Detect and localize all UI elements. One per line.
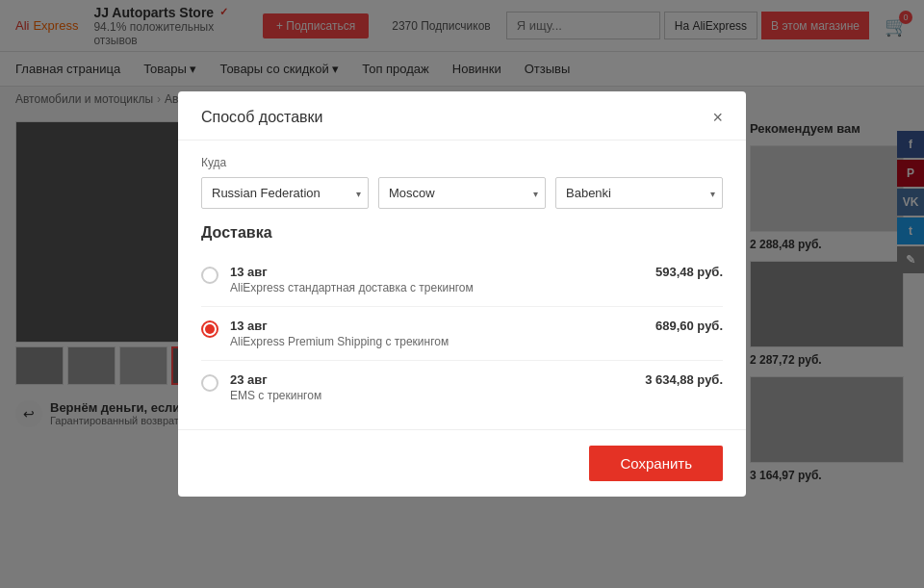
delivery-option-premium[interactable]: 13 авг AliExpress Premium Shipping с тре… — [201, 307, 723, 361]
delivery-option-standard[interactable]: 13 авг AliExpress стандартная доставка с… — [201, 253, 723, 307]
district-select[interactable]: Babenki Central Other — [555, 177, 723, 209]
delivery-info-ems: 23 авг EMS с трекингом — [230, 372, 633, 402]
modal-body: Куда Russian Federation United States Ge… — [178, 141, 746, 429]
country-select-wrap: Russian Federation United States Germany… — [201, 177, 369, 209]
delivery-price-ems: 3 634,88 руб. — [645, 372, 723, 387]
country-select[interactable]: Russian Federation United States Germany… — [201, 177, 369, 209]
delivery-date-ems: 23 авг — [230, 372, 633, 387]
delivery-date-premium: 13 авг — [230, 319, 644, 333]
city-select[interactable]: Moscow Saint Petersburg Novosibirsk — [378, 177, 546, 209]
city-select-wrap: Moscow Saint Petersburg Novosibirsk ▾ — [378, 177, 546, 209]
radio-standard[interactable] — [201, 267, 218, 284]
delivery-name-premium: AliExpress Premium Shipping с трекингом — [230, 335, 644, 348]
modal-overlay[interactable]: Способ доставки × Куда Russian Federatio… — [0, 0, 924, 588]
delivery-date-standard: 13 авг — [230, 265, 644, 279]
delivery-info-premium: 13 авг AliExpress Premium Shipping с тре… — [230, 319, 644, 348]
delivery-modal: Способ доставки × Куда Russian Federatio… — [178, 91, 746, 497]
modal-header: Способ доставки × — [178, 91, 746, 141]
district-select-wrap: Babenki Central Other ▾ — [555, 177, 723, 209]
destination-label: Куда — [201, 156, 723, 169]
delivery-section-title: Доставка — [201, 224, 723, 242]
modal-title: Способ доставки — [201, 109, 323, 126]
modal-close-button[interactable]: × — [712, 109, 723, 126]
modal-footer: Сохранить — [178, 429, 746, 497]
delivery-price-premium: 689,60 руб. — [655, 319, 723, 333]
radio-premium[interactable] — [201, 320, 218, 338]
delivery-info-standard: 13 авг AliExpress стандартная доставка с… — [230, 265, 644, 294]
delivery-price-standard: 593,48 руб. — [655, 265, 723, 279]
save-button[interactable]: Сохранить — [589, 446, 723, 481]
radio-premium-inner — [205, 324, 215, 334]
delivery-name-standard: AliExpress стандартная доставка с трекин… — [230, 281, 644, 294]
radio-ems[interactable] — [201, 374, 218, 392]
select-row: Russian Federation United States Germany… — [201, 177, 723, 209]
delivery-option-ems[interactable]: 23 авг EMS с трекингом 3 634,88 руб. — [201, 361, 723, 414]
delivery-name-ems: EMS с трекингом — [230, 389, 633, 402]
